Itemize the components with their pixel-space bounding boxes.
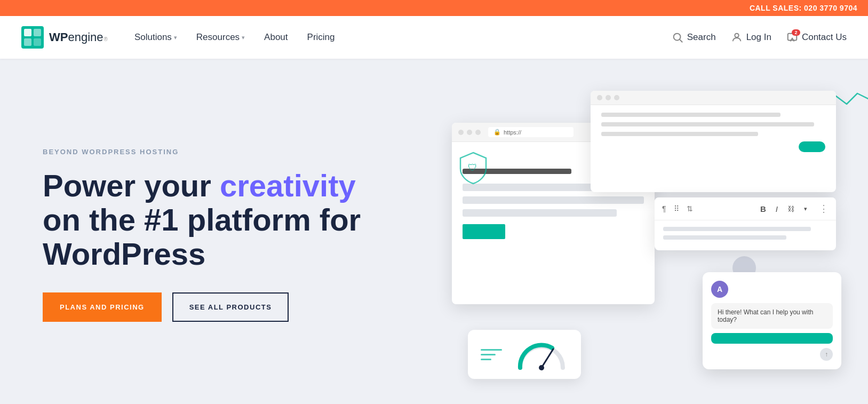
- main-header: WPengine® Solutions ▾ Resources ▾ About …: [0, 16, 868, 59]
- sb-line: [601, 113, 781, 117]
- speed-lines: [481, 349, 502, 360]
- hero-content: BEYOND WORDPRESS HOSTING Power your crea…: [0, 116, 405, 353]
- link-icon: ⛓: [787, 205, 794, 213]
- speed-line-3: [481, 359, 491, 360]
- search-icon: [672, 31, 683, 43]
- svg-point-7: [735, 34, 738, 37]
- editor-body: [655, 220, 836, 250]
- contact-button[interactable]: 2 Contact Us: [786, 31, 847, 43]
- browser-dot-4: [597, 95, 602, 100]
- plans-pricing-button[interactable]: PLANS AND PRICING: [43, 292, 162, 322]
- logo-trademark: ®: [104, 36, 108, 42]
- nav-item-solutions[interactable]: Solutions ▾: [134, 32, 177, 43]
- svg-point-5: [673, 34, 680, 41]
- content-line: [463, 209, 617, 217]
- cta-bar: [463, 224, 505, 239]
- hero-headline: Power your creativity on the #1 platform…: [43, 169, 363, 271]
- svg-rect-2: [34, 29, 41, 36]
- chat-avatar-icon: A: [711, 281, 728, 298]
- browser-dot-6: [614, 95, 619, 100]
- chevron-down-icon: ▾: [174, 34, 177, 41]
- paragraph-icon: ¶: [662, 204, 666, 213]
- svg-line-6: [680, 39, 682, 42]
- login-label: Log In: [746, 32, 771, 43]
- speed-line-1: [481, 349, 502, 351]
- browser-dot-1: [458, 130, 464, 135]
- hero-illustration: 🔒 https:// 🛡: [420, 80, 868, 404]
- svg-line-10: [541, 349, 553, 368]
- sb-line: [601, 132, 758, 136]
- logo-wp: WP: [49, 30, 68, 44]
- content-line: [463, 196, 644, 204]
- nav-label-pricing: Pricing: [307, 32, 335, 43]
- logo-text: WPengine®: [49, 30, 108, 44]
- hero-section: BEYOND WORDPRESS HOSTING Power your crea…: [0, 59, 868, 404]
- sb-line: [601, 122, 814, 126]
- toggle-row: [601, 141, 825, 152]
- user-icon: [731, 31, 743, 43]
- speed-line-2: [481, 354, 496, 355]
- search-button[interactable]: Search: [672, 31, 716, 43]
- chevron-down-icon: ▾: [242, 34, 245, 41]
- svg-rect-1: [24, 29, 31, 36]
- browser-dot-5: [606, 95, 611, 100]
- svg-text:🛡: 🛡: [468, 162, 477, 173]
- chat-window: A Hi there! What can I help you with tod…: [703, 272, 841, 369]
- svg-point-11: [539, 365, 544, 370]
- login-button[interactable]: Log In: [731, 31, 771, 43]
- arrows-icon: ⇅: [687, 204, 693, 213]
- grid-icon: ⠿: [674, 204, 679, 213]
- speedometer-svg: [515, 338, 568, 370]
- shield-decoration: 🛡: [458, 150, 488, 188]
- chat-badge: 2: [792, 29, 800, 36]
- second-browser-window: [591, 91, 836, 192]
- nav-item-resources[interactable]: Resources ▾: [196, 32, 245, 43]
- sales-phone-link[interactable]: CALL SALES: 020 3770 9704: [750, 4, 857, 12]
- logo-icon: [21, 26, 44, 49]
- browser-bar-2: [591, 91, 836, 105]
- chat-message-bubble: Hi there! What can I help you with today…: [711, 303, 833, 329]
- logo-engine: engine: [68, 30, 103, 44]
- logo[interactable]: WPengine®: [21, 26, 108, 49]
- chat-send-button[interactable]: ↑: [820, 348, 833, 361]
- browser-dot-2: [467, 130, 472, 135]
- hero-buttons: PLANS AND PRICING SEE ALL PRODUCTS: [43, 292, 363, 322]
- nav-item-pricing[interactable]: Pricing: [307, 32, 335, 43]
- nav-label-about: About: [264, 32, 288, 43]
- see-all-products-button[interactable]: SEE ALL PRODUCTS: [172, 292, 289, 322]
- browser-dot-3: [475, 130, 481, 135]
- nav-item-about[interactable]: About: [264, 32, 288, 43]
- svg-rect-3: [24, 38, 31, 46]
- second-browser-content: [591, 105, 836, 160]
- nav-right: Search Log In 2 Contact Us: [672, 31, 847, 43]
- lock-icon: 🔒: [493, 129, 501, 136]
- more-icon: ⋮: [819, 203, 829, 215]
- italic-icon: I: [776, 204, 778, 213]
- shield-icon: 🛡: [458, 150, 488, 186]
- chat-send-area: ↑: [711, 348, 833, 361]
- editor-line: [663, 227, 811, 231]
- nav-label-solutions: Solutions: [134, 32, 172, 43]
- bold-icon: B: [760, 204, 766, 213]
- editor-line: [663, 235, 786, 240]
- chat-response-bubble: [711, 333, 833, 344]
- url-text: https://: [504, 129, 521, 136]
- toggle-indicator: [799, 141, 825, 152]
- sales-bar[interactable]: CALL SALES: 020 3770 9704: [0, 0, 868, 16]
- headline-part2: on the #1 platform for WordPress: [43, 202, 361, 271]
- svg-rect-4: [34, 38, 41, 46]
- contact-label: Contact Us: [802, 32, 847, 43]
- chevron-down-icon-editor: ▾: [804, 205, 807, 212]
- headline-accent: creativity: [220, 168, 356, 203]
- main-nav: Solutions ▾ Resources ▾ About Pricing: [134, 32, 672, 43]
- contact-icon-wrapper: 2: [786, 31, 798, 43]
- browser-url-bar: 🔒 https://: [488, 127, 574, 137]
- speedometer-widget: [468, 330, 581, 379]
- search-label: Search: [687, 32, 716, 43]
- hero-eyebrow: BEYOND WORDPRESS HOSTING: [43, 148, 363, 156]
- editor-toolbar: ¶ ⠿ ⇅ B I ⛓ ▾ ⋮: [655, 197, 836, 220]
- nav-label-resources: Resources: [196, 32, 240, 43]
- editor-window: ¶ ⠿ ⇅ B I ⛓ ▾ ⋮: [655, 197, 836, 250]
- headline-part1: Power your: [43, 168, 220, 203]
